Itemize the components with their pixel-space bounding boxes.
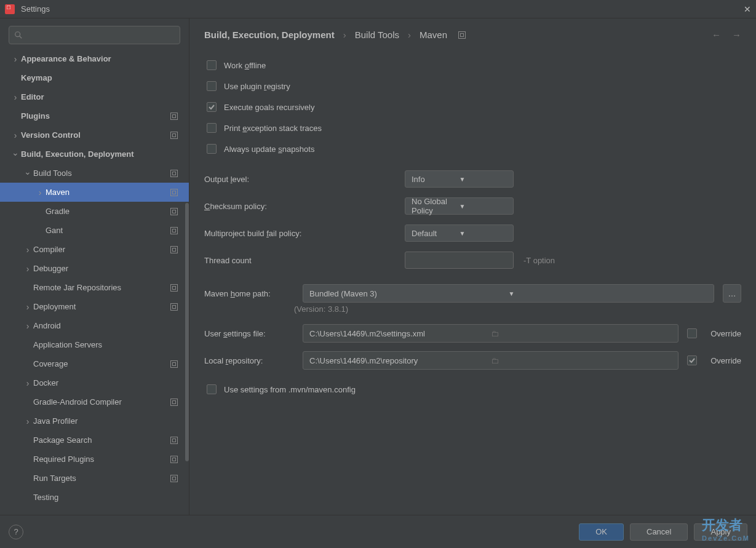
- project-badge-icon: [170, 170, 178, 177]
- sidebar-item-debugger[interactable]: Debugger: [0, 259, 189, 278]
- checksum-label: Checksum policy:: [204, 202, 405, 211]
- crumb-build-tools[interactable]: Build Tools: [355, 30, 399, 40]
- sidebar-item-required-plugins[interactable]: Required Plugins: [0, 450, 189, 469]
- content-panel: Build, Execution, Deployment › Build Too…: [189, 18, 756, 515]
- tree-label: Maven: [46, 188, 167, 197]
- dialog-footer: ? OK Cancel Apply: [0, 515, 756, 548]
- sidebar-item-build-execution-deployment[interactable]: Build, Execution, Deployment: [0, 145, 189, 164]
- settings-override-checkbox[interactable]: [687, 328, 697, 338]
- tree-label: Testing: [33, 493, 178, 502]
- ok-button[interactable]: OK: [579, 523, 624, 541]
- chevron-down-icon: ▼: [460, 230, 507, 237]
- sidebar-item-java-profiler[interactable]: Java Profiler: [0, 411, 189, 431]
- folder-icon[interactable]: 🗀: [491, 329, 672, 338]
- project-badge-icon: [170, 456, 178, 463]
- sidebar-item-plugins[interactable]: Plugins: [0, 106, 189, 125]
- sidebar-item-coverage[interactable]: Coverage: [0, 354, 189, 373]
- sidebar-item-gradle[interactable]: Gradle: [0, 202, 189, 221]
- chevron-right-icon[interactable]: [36, 188, 44, 197]
- chevron-right-icon[interactable]: [23, 302, 32, 312]
- settings-tree: Appearance & BehaviorKeymapEditorPlugins…: [0, 49, 189, 515]
- local-repo-label: Local repository:: [204, 356, 294, 365]
- sidebar-item-package-search[interactable]: Package Search: [0, 431, 189, 450]
- sidebar-item-docker[interactable]: Docker: [0, 373, 189, 392]
- chevron-right-icon[interactable]: [23, 245, 32, 255]
- project-badge-icon: [170, 227, 178, 234]
- project-badge-icon: [170, 208, 178, 215]
- multiproject-label: Multiproject build fail policy:: [204, 229, 405, 238]
- folder-icon[interactable]: 🗀: [491, 356, 672, 365]
- sidebar-item-compiler[interactable]: Compiler: [0, 240, 189, 259]
- chevron-right-icon: ›: [408, 30, 411, 40]
- close-icon[interactable]: ✕: [744, 4, 751, 14]
- thread-count-input[interactable]: [405, 252, 514, 269]
- sidebar: Appearance & BehaviorKeymapEditorPlugins…: [0, 18, 189, 515]
- cancel-button[interactable]: Cancel: [630, 523, 688, 541]
- sidebar-item-android[interactable]: Android: [0, 316, 189, 335]
- chevron-right-icon[interactable]: [11, 54, 20, 64]
- plugin-registry-checkbox[interactable]: [207, 81, 217, 91]
- sidebar-item-editor[interactable]: Editor: [0, 87, 189, 106]
- project-badge-icon: [170, 246, 178, 253]
- sidebar-item-run-targets[interactable]: Run Targets: [0, 469, 189, 488]
- chevron-right-icon[interactable]: [23, 416, 32, 426]
- chevron-right-icon[interactable]: [23, 378, 32, 388]
- mvn-config-checkbox[interactable]: [207, 384, 217, 394]
- work-offline-checkbox[interactable]: [207, 60, 217, 70]
- help-button[interactable]: ?: [9, 525, 23, 539]
- tree-label: Gradle: [46, 207, 167, 216]
- sidebar-item-keymap[interactable]: Keymap: [0, 68, 189, 87]
- crumb-maven[interactable]: Maven: [420, 30, 447, 40]
- tree-label: Docker: [33, 378, 178, 387]
- output-level-select[interactable]: Info▼: [405, 170, 514, 188]
- local-repo-input[interactable]: C:\Users\14469\.m2\repository🗀: [303, 351, 678, 370]
- repo-override-checkbox[interactable]: [687, 355, 697, 365]
- tree-label: Gradle-Android Compiler: [33, 397, 167, 407]
- browse-home-button[interactable]: …: [723, 284, 741, 303]
- forward-icon[interactable]: →: [732, 30, 741, 40]
- sidebar-item-gant[interactable]: Gant: [0, 221, 189, 240]
- execute-goals-checkbox[interactable]: [207, 102, 217, 112]
- sidebar-item-version-control[interactable]: Version Control: [0, 125, 189, 145]
- tree-label: Compiler: [33, 245, 167, 254]
- print-exception-checkbox[interactable]: [207, 123, 217, 133]
- project-badge-icon: [170, 437, 178, 444]
- crumb-bed[interactable]: Build, Execution, Deployment: [204, 30, 335, 40]
- project-badge-icon: [458, 31, 466, 39]
- scrollbar-thumb[interactable]: [185, 203, 189, 461]
- project-badge-icon: [170, 284, 178, 292]
- checksum-select[interactable]: No Global Policy▼: [405, 197, 514, 215]
- back-icon[interactable]: ←: [712, 30, 721, 40]
- sidebar-item-gradle-android-compiler[interactable]: Gradle-Android Compiler: [0, 392, 189, 411]
- always-update-checkbox[interactable]: [207, 144, 217, 154]
- execute-goals-label: Execute goals recursively: [224, 103, 314, 112]
- chevron-down-icon[interactable]: [11, 149, 20, 159]
- multiproject-select[interactable]: Default▼: [405, 224, 514, 242]
- home-path-select[interactable]: Bundled (Maven 3)▼: [303, 284, 714, 303]
- chevron-right-icon[interactable]: [23, 264, 32, 274]
- apply-button[interactable]: Apply: [694, 523, 747, 541]
- project-badge-icon: [170, 360, 178, 368]
- chevron-right-icon[interactable]: [23, 321, 32, 331]
- sidebar-item-remote-jar-repositories[interactable]: Remote Jar Repositories: [0, 278, 189, 297]
- thread-count-label: Thread count: [204, 256, 405, 265]
- sidebar-item-appearance-behavior[interactable]: Appearance & Behavior: [0, 49, 189, 68]
- sidebar-item-maven[interactable]: Maven: [0, 183, 189, 202]
- window-title: Settings: [21, 4, 50, 14]
- settings-file-input[interactable]: C:\Users\14469\.m2\settings.xml🗀: [303, 324, 678, 343]
- svg-point-0: [15, 32, 20, 37]
- sidebar-item-application-servers[interactable]: Application Servers: [0, 335, 189, 354]
- search-input[interactable]: [9, 26, 180, 44]
- project-badge-icon: [170, 132, 178, 139]
- sidebar-item-testing[interactable]: Testing: [0, 488, 189, 507]
- chevron-right-icon[interactable]: [11, 130, 20, 140]
- chevron-down-icon[interactable]: [23, 169, 32, 178]
- tree-label: Appearance & Behavior: [21, 54, 178, 63]
- tree-label: Gant: [46, 226, 167, 235]
- plugin-registry-label: Use plugin registry: [224, 82, 290, 91]
- chevron-down-icon: ▼: [460, 203, 507, 210]
- sidebar-item-build-tools[interactable]: Build Tools: [0, 164, 189, 183]
- project-badge-icon: [170, 399, 178, 406]
- sidebar-item-deployment[interactable]: Deployment: [0, 297, 189, 316]
- chevron-right-icon[interactable]: [11, 92, 20, 102]
